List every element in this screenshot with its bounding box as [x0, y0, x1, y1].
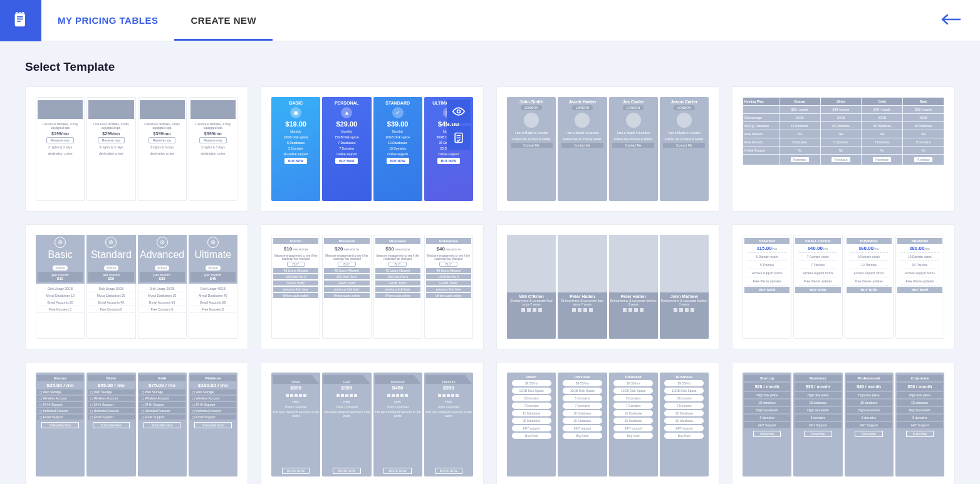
- person-name: Will O'Brien: [508, 294, 555, 299]
- feature: 25 Database: [512, 418, 551, 424]
- plan-name: Professional: [846, 375, 892, 381]
- feature: High disk place: [795, 392, 841, 398]
- feature: Access support forms: [848, 270, 889, 275]
- feature: 24/7 Support: [744, 422, 790, 428]
- pricing-column: Business$30 / monthHigh disk place15 dat…: [793, 373, 842, 476]
- svg-rect-2: [17, 18, 23, 19]
- template-card-9[interactable]: Bronze$25.00 / mo◻ Web Storage◻ Wireless…: [25, 362, 248, 484]
- feature: 5 domains: [846, 414, 892, 421]
- feature: 5 Databases: [287, 141, 305, 145]
- price: $50 / month: [897, 383, 943, 391]
- back-button[interactable]: [941, 14, 961, 28]
- feature: High disk place: [846, 392, 892, 398]
- category-pill: School: [104, 265, 118, 270]
- feature: 15 database: [744, 399, 790, 406]
- plan-name: Personal: [324, 238, 369, 244]
- plan-name: Business: [676, 375, 693, 379]
- profile-column: John MathewEntrepreneur & corporate fash…: [660, 235, 709, 339]
- pricing-column: Enterprise$40 PER MONTHMeasure engagemen…: [424, 235, 473, 339]
- feature: previous Add later: [324, 287, 369, 292]
- social-icon: [572, 308, 576, 312]
- feature: 10 Domains: [389, 147, 406, 150]
- note: destination cruise: [91, 151, 132, 156]
- svg-rect-0: [15, 13, 25, 26]
- preview-button[interactable]: [447, 100, 471, 123]
- feature: Disk Usage 20GB: [140, 286, 185, 292]
- bio: Follow me on insta & twitter: [663, 136, 705, 142]
- buy-button: Buy Now: [512, 433, 551, 439]
- service: Track Customer: [284, 405, 306, 409]
- social-icon: [533, 308, 536, 312]
- card-hover-actions: [447, 100, 471, 150]
- buy-button: BUY NOW: [847, 287, 892, 293]
- subscribe-button: Subscribe: [855, 431, 883, 437]
- template-card-8[interactable]: STARTER$15.00/mo5 Domain users5 ThemesAc…: [732, 224, 955, 349]
- pricing-column: Platinum$350HMSTrack CustomerThe best tr…: [424, 373, 473, 476]
- tab-create-new[interactable]: CREATE NEW: [174, 0, 273, 41]
- price: $75.00 / mo: [149, 383, 175, 388]
- service-icons: [336, 394, 357, 397]
- person-name: Jax Carter: [623, 100, 644, 104]
- service: HMS: [394, 400, 401, 404]
- bio: Follow me on insta & twitter: [612, 136, 654, 142]
- hosting-table: Hosting PlanBronzeSilverGoldBest$93 / mo…: [743, 97, 944, 165]
- feature: ◻ Email Support: [139, 414, 185, 420]
- subscribe-button: Subscribe Now: [194, 422, 231, 428]
- price: $9.55/mo: [563, 380, 602, 386]
- feature: ◻ Unlimited Account: [88, 408, 134, 413]
- feature: 45 Users Allowed: [426, 268, 471, 273]
- template-card-12[interactable]: Start up$20 / monthHigh disk place15 dat…: [732, 362, 955, 484]
- social-icon: [589, 308, 593, 312]
- row-label: Hosting Plan: [743, 98, 779, 106]
- pricing-column: Luxurious facilities, a fully equipped s…: [138, 97, 187, 201]
- feature: Free Domains 5: [38, 306, 83, 313]
- price: $20 / month: [744, 383, 790, 391]
- pricing-column: ⦿BasicSchoolper month$10Disk Usage 20GBM…: [36, 235, 85, 339]
- social-icon: [623, 308, 627, 312]
- plan-name: Ultimate: [190, 249, 236, 260]
- subscribe-button: Subscribe: [753, 431, 781, 437]
- feature: 24/7 support: [563, 425, 602, 431]
- feature: GDRB Traffic: [324, 281, 369, 286]
- feature: ◻ Email Support: [190, 414, 236, 420]
- pricing-column: Personal$20 PER MONTHMeasure engagement …: [322, 235, 371, 339]
- service: Track Customer: [387, 405, 409, 409]
- plan-name: Business: [795, 375, 841, 381]
- template-card-4[interactable]: Hosting PlanBronzeSilverGoldBest$93 / mo…: [732, 86, 955, 212]
- feature: Writes code online: [375, 293, 420, 298]
- pricing-column: PERSONAL▲$29.00Monthly15GB Disk space7 D…: [322, 97, 371, 201]
- feature: 10 Database: [563, 410, 602, 416]
- cell: 40GB: [862, 114, 903, 122]
- template-card-10[interactable]: Silver$350HMSTrack CustomerThe best tran…: [261, 362, 484, 484]
- feature: 5 domains: [897, 414, 943, 421]
- feature: Access support forms: [798, 270, 838, 275]
- use-template-button[interactable]: [447, 126, 471, 150]
- feature: Online support: [387, 152, 408, 156]
- template-card-6[interactable]: Starter$10 PER MONTHMeasure engagement t…: [261, 224, 484, 349]
- avatar: [524, 113, 539, 128]
- bio: Follow me on insta & twitter: [511, 136, 553, 142]
- person-name: Jacob Haden: [569, 100, 597, 104]
- feature: 15 database: [846, 399, 892, 406]
- profile-column: Jacob HadenLONDONI am a Model in LondonF…: [558, 97, 607, 201]
- bio: Follow me on insta & twitter: [561, 136, 603, 142]
- template-card-2[interactable]: BASIC▣$19.00Monthly10GB Disk space5 Data…: [261, 86, 484, 212]
- template-card-7[interactable]: Will O'BrienEntrepreneur & corporate fac…: [496, 224, 719, 349]
- price: $350: [341, 385, 352, 391]
- plan-name: Basic: [38, 249, 83, 260]
- template-card-11[interactable]: Basic$9.55/mo10GB Disk Space5 Domains7 D…: [496, 362, 719, 484]
- template-card-1[interactable]: Luxurious facilities, a fully equipped s…: [25, 86, 248, 212]
- cell: 20GB: [779, 114, 820, 122]
- plan-icon: ⦿: [55, 237, 66, 248]
- feature: 25 Database: [563, 418, 602, 424]
- page-title: Select Template: [25, 60, 955, 74]
- template-card-5[interactable]: ⦿BasicSchoolper month$10Disk Usage 20GBM…: [25, 224, 248, 349]
- feature: Email Accounts 80: [190, 299, 236, 306]
- social-icon: [578, 308, 581, 312]
- profile-column: John SmithLONDONI am a Model in LondonFo…: [507, 97, 556, 201]
- service: HMS: [343, 400, 350, 404]
- cell: No: [820, 147, 862, 155]
- tab-my-pricing-tables[interactable]: MY PRICING TABLES: [41, 0, 174, 41]
- template-card-3[interactable]: John SmithLONDONI am a Model in LondonFo…: [496, 86, 719, 212]
- price: $15.00/mo: [757, 245, 777, 251]
